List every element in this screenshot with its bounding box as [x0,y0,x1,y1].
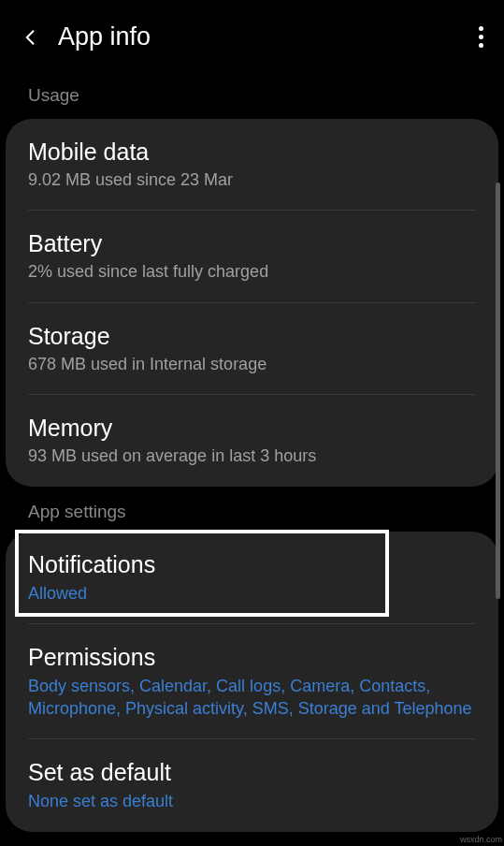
mobile-data-item[interactable]: Mobile data 9.02 MB used since 23 Mar [6,119,498,210]
app-settings-card: Notifications Allowed Permissions Body s… [6,532,498,832]
storage-item[interactable]: Storage 678 MB used in Internal storage [6,303,498,394]
scrollbar[interactable] [496,182,500,599]
battery-item[interactable]: Battery 2% used since last fully charged [6,211,498,301]
page-title: App info [58,22,151,51]
notifications-title: Notifications [28,550,476,578]
app-settings-section-label: App settings [0,487,504,532]
mobile-data-title: Mobile data [28,138,476,166]
memory-title: Memory [28,414,476,442]
set-as-default-title: Set as default [28,758,476,786]
set-as-default-subtitle: None set as default [28,790,476,812]
notifications-item[interactable]: Notifications Allowed [6,532,498,623]
memory-item[interactable]: Memory 93 MB used on average in last 3 h… [6,395,498,486]
permissions-item[interactable]: Permissions Body sensors, Calendar, Call… [6,624,498,739]
usage-section-label: Usage [0,70,504,115]
mobile-data-subtitle: 9.02 MB used since 23 Mar [28,169,476,191]
battery-subtitle: 2% used since last fully charged [28,261,476,283]
permissions-title: Permissions [28,643,476,671]
back-icon[interactable] [17,23,45,51]
storage-subtitle: 678 MB used in Internal storage [28,354,476,375]
battery-title: Battery [28,229,476,257]
header: App info [0,0,504,70]
set-as-default-item[interactable]: Set as default None set as default [6,739,498,831]
memory-subtitle: 93 MB used on average in last 3 hours [28,445,476,467]
storage-title: Storage [28,322,476,350]
usage-card: Mobile data 9.02 MB used since 23 Mar Ba… [6,119,498,487]
watermark: wsxdn.com [460,835,502,844]
permissions-subtitle: Body sensors, Calendar, Call logs, Camer… [28,675,476,721]
notifications-subtitle: Allowed [28,582,476,605]
more-options-icon[interactable] [479,26,483,48]
